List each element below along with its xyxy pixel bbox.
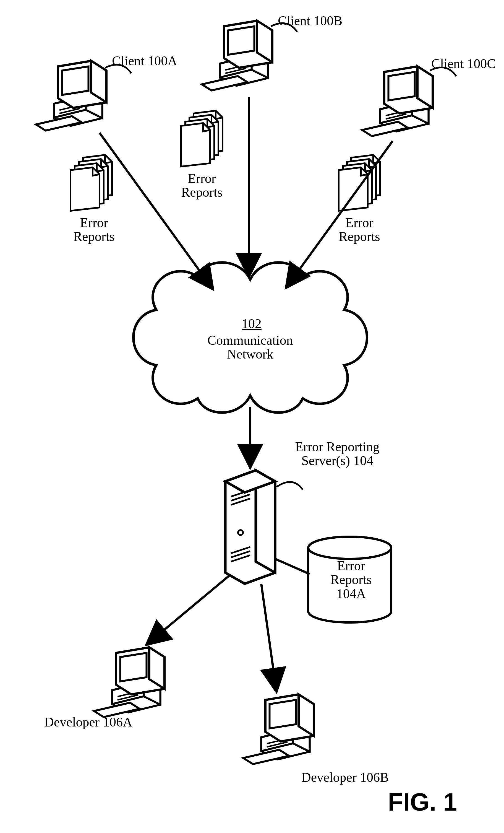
figure-label: FIG. 1 — [388, 788, 457, 816]
developer-b-icon — [243, 694, 314, 764]
error-reports-c-icon — [339, 155, 380, 211]
arrow-server-to-dev-b — [261, 584, 276, 692]
client-b-icon — [202, 21, 272, 91]
developer-a-label: Developer 106A — [44, 715, 132, 729]
error-reports-c-label: Error Reports — [334, 216, 384, 244]
client-b-label: Client 100B — [278, 14, 342, 28]
server-label: Error Reporting Server(s) 104 — [285, 440, 390, 468]
developer-a-icon — [94, 647, 165, 717]
arrow-client-c-to-network — [286, 141, 393, 288]
network-caption: Communication Network — [202, 333, 299, 361]
network-id: 102 — [210, 317, 293, 331]
client-a-icon — [36, 61, 106, 130]
line-server-to-db — [275, 559, 310, 574]
client-c-label: Client 100C — [431, 57, 496, 71]
server-icon — [225, 470, 275, 584]
client-c-icon — [362, 66, 433, 136]
error-reports-b-icon — [181, 111, 223, 167]
database-label: Error Reports 104A — [322, 559, 380, 601]
error-reports-b-label: Error Reports — [177, 171, 227, 199]
client-a-label: Client 100A — [112, 54, 177, 68]
developer-b-label: Developer 106B — [301, 770, 389, 784]
error-reports-a-icon — [71, 155, 112, 211]
arrow-server-to-dev-a — [147, 575, 229, 645]
error-reports-a-label: Error Reports — [69, 216, 119, 244]
server-callout — [276, 482, 303, 490]
